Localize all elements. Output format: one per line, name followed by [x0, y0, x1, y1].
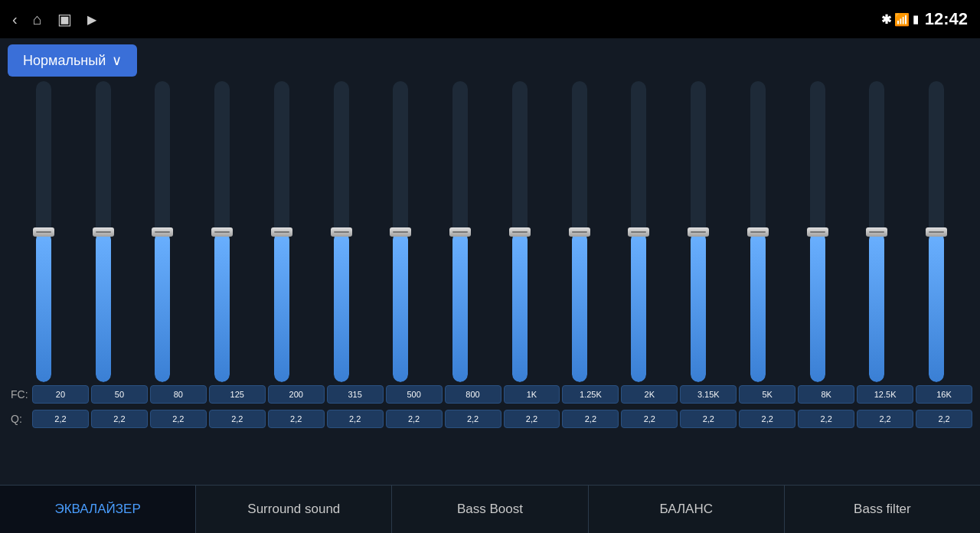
- q-badge-800[interactable]: 2,2: [445, 410, 501, 428]
- slider-track-container-5K[interactable]: [747, 81, 769, 382]
- slider-fill-125: [214, 232, 230, 383]
- q-badge-125[interactable]: 2,2: [209, 410, 266, 428]
- slider-track-container-2K[interactable]: [628, 81, 649, 382]
- play-button[interactable]: ▶: [87, 12, 96, 27]
- slider-fill-20: [36, 232, 51, 383]
- slider-column-3.15K: [668, 81, 728, 382]
- slider-handle-125[interactable]: [211, 227, 233, 237]
- slider-track-container-125[interactable]: [211, 81, 233, 382]
- fc-badge-5K[interactable]: 5K: [739, 385, 795, 404]
- q-badge-3.15K[interactable]: 2,2: [680, 410, 737, 428]
- fc-badge-20[interactable]: 20: [32, 385, 89, 404]
- slider-handle-8K[interactable]: [807, 227, 828, 237]
- slider-fill-800: [452, 232, 468, 383]
- q-badge-1.25K[interactable]: 2,2: [562, 410, 619, 428]
- q-values: 2,22,22,22,22,22,22,22,22,22,22,22,22,22…: [32, 410, 972, 428]
- slider-handle-50[interactable]: [93, 227, 114, 237]
- q-badge-50[interactable]: 2,2: [91, 410, 148, 428]
- fc-badge-500[interactable]: 500: [386, 385, 443, 404]
- slider-handle-3.15K[interactable]: [688, 227, 709, 237]
- slider-column-50: [74, 81, 133, 382]
- main-content: Нормальный ∨ FC: 2050801252003155008001K…: [0, 38, 980, 485]
- q-badge-5K[interactable]: 2,2: [739, 410, 795, 428]
- q-badge-20[interactable]: 2,2: [32, 410, 89, 428]
- fc-badge-800[interactable]: 800: [445, 385, 501, 404]
- slider-track-container-800[interactable]: [449, 81, 471, 382]
- slider-track-container-12.5K[interactable]: [866, 81, 887, 382]
- fc-badge-16K[interactable]: 16K: [916, 385, 972, 404]
- preset-dropdown-icon: ∨: [112, 52, 122, 69]
- slider-fill-3.15K: [691, 232, 706, 383]
- clock: 12:42: [925, 9, 968, 29]
- slider-track-container-315[interactable]: [331, 81, 352, 382]
- home-button[interactable]: ⌂: [33, 11, 42, 28]
- slider-handle-2K[interactable]: [628, 227, 649, 237]
- fc-badge-50[interactable]: 50: [91, 385, 148, 404]
- slider-handle-1K[interactable]: [509, 227, 531, 237]
- fc-badge-1.25K[interactable]: 1.25K: [562, 385, 619, 404]
- slider-track-container-20[interactable]: [33, 81, 54, 382]
- q-badge-1K[interactable]: 2,2: [504, 410, 560, 428]
- slider-track-container-200[interactable]: [271, 81, 292, 382]
- bottom-tabs: ЭКВАЛАЙЗЕРSurround soundBass BoostБАЛАНС…: [0, 485, 980, 533]
- preset-button[interactable]: Нормальный ∨: [8, 44, 137, 77]
- fc-badge-1K[interactable]: 1K: [504, 385, 560, 404]
- slider-handle-5K[interactable]: [747, 227, 769, 237]
- q-label: Q:: [8, 413, 32, 425]
- slider-column-200: [252, 81, 312, 382]
- slider-handle-500[interactable]: [390, 227, 411, 237]
- q-badge-16K[interactable]: 2,2: [916, 410, 972, 428]
- slider-column-800: [430, 81, 490, 382]
- slider-track-container-500[interactable]: [390, 81, 411, 382]
- fc-badge-3.15K[interactable]: 3.15K: [680, 385, 737, 404]
- slider-handle-20[interactable]: [33, 227, 54, 237]
- slider-track-container-80[interactable]: [152, 81, 173, 382]
- battery-icon: ▮: [913, 13, 919, 25]
- slider-handle-315[interactable]: [331, 227, 352, 237]
- sliders-row: [8, 81, 972, 382]
- q-badge-315[interactable]: 2,2: [327, 410, 384, 428]
- slider-track-container-1K[interactable]: [509, 81, 531, 382]
- slider-track-container-8K[interactable]: [807, 81, 828, 382]
- tab-filter[interactable]: Bass filter: [785, 486, 980, 533]
- slider-track-container-16K[interactable]: [926, 81, 947, 382]
- slider-handle-12.5K[interactable]: [866, 227, 887, 237]
- slider-handle-16K[interactable]: [926, 227, 947, 237]
- fc-row: FC: 2050801252003155008001K1.25K2K3.15K5…: [8, 382, 972, 407]
- tab-eq[interactable]: ЭКВАЛАЙЗЕР: [0, 486, 196, 533]
- slider-column-125: [192, 81, 252, 382]
- fc-badge-12.5K[interactable]: 12.5K: [857, 385, 913, 404]
- slider-handle-80[interactable]: [152, 227, 173, 237]
- q-badge-8K[interactable]: 2,2: [798, 410, 854, 428]
- q-badge-200[interactable]: 2,2: [268, 410, 325, 428]
- slider-column-80: [133, 81, 193, 382]
- fc-badge-2K[interactable]: 2K: [621, 385, 678, 404]
- tab-balance[interactable]: БАЛАНС: [589, 486, 785, 533]
- fc-badge-200[interactable]: 200: [268, 385, 325, 404]
- slider-handle-1.25K[interactable]: [569, 227, 590, 237]
- q-badge-12.5K[interactable]: 2,2: [857, 410, 913, 428]
- q-row: Q: 2,22,22,22,22,22,22,22,22,22,22,22,22…: [8, 407, 972, 431]
- q-badge-500[interactable]: 2,2: [386, 410, 443, 428]
- q-badge-80[interactable]: 2,2: [150, 410, 207, 428]
- slider-track-container-50[interactable]: [93, 81, 114, 382]
- slider-handle-800[interactable]: [449, 227, 471, 237]
- slider-track-container-1.25K[interactable]: [569, 81, 590, 382]
- slider-fill-1K: [512, 232, 528, 383]
- q-badge-2K[interactable]: 2,2: [621, 410, 678, 428]
- eq-container: FC: 2050801252003155008001K1.25K2K3.15K5…: [8, 81, 972, 431]
- fc-badge-80[interactable]: 80: [150, 385, 207, 404]
- fc-badge-125[interactable]: 125: [209, 385, 266, 404]
- tab-surround[interactable]: Surround sound: [196, 486, 392, 533]
- tab-bass[interactable]: Bass Boost: [392, 486, 588, 533]
- back-button[interactable]: ‹: [12, 11, 18, 28]
- slider-fill-16K: [929, 232, 944, 383]
- slider-column-315: [312, 81, 371, 382]
- slider-fill-50: [96, 232, 111, 383]
- fc-badge-315[interactable]: 315: [327, 385, 384, 404]
- recents-button[interactable]: ▣: [57, 10, 72, 28]
- slider-track-container-3.15K[interactable]: [688, 81, 709, 382]
- fc-badge-8K[interactable]: 8K: [798, 385, 854, 404]
- slider-handle-200[interactable]: [271, 227, 292, 237]
- slider-column-500: [371, 81, 431, 382]
